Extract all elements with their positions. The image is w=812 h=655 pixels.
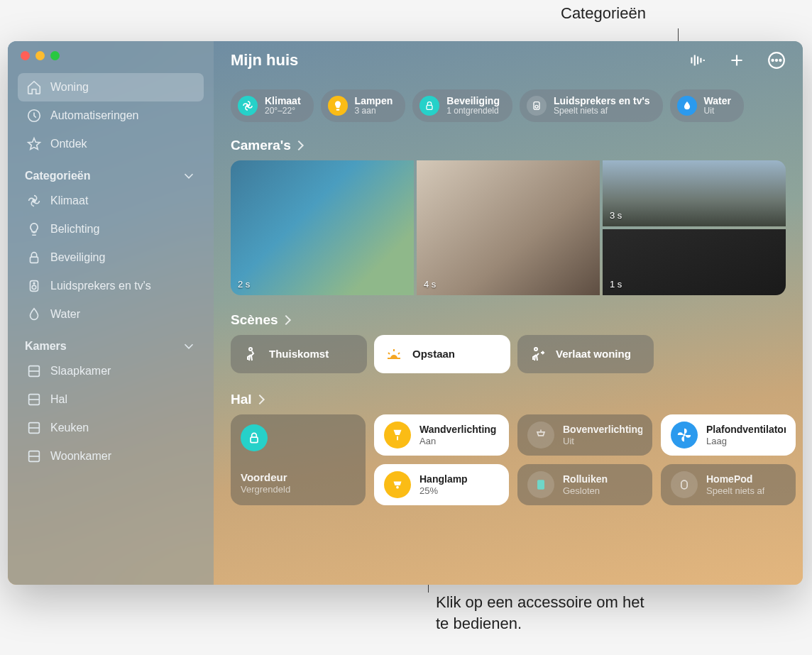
pill-climate[interactable]: Klimaat20°–22° (231, 89, 314, 122)
sidebar-item-label: Woonkamer (50, 450, 111, 463)
content: Mijn huis Klimaat20°–22° Lampen3 aan Bev… (214, 41, 803, 585)
svg-rect-25 (681, 480, 687, 489)
fan-icon (671, 422, 698, 448)
sidebar-header-label: Categorieën (25, 170, 90, 182)
speaker-icon (527, 96, 547, 116)
sidebar-item-home[interactable]: Woning (18, 73, 204, 101)
sidebar-item-label: Slaapkamer (50, 365, 111, 378)
sidebar-item-climate[interactable]: Klimaat (18, 187, 204, 215)
tile-blinds[interactable]: RolluikenGesloten (517, 464, 652, 505)
scene-arrive[interactable]: Thuiskomst (231, 335, 367, 373)
tile-sub: 25% (419, 485, 468, 497)
section-label: Scènes (231, 312, 278, 328)
sidebar-item-automations[interactable]: Automatiseringen (18, 101, 204, 130)
scene-wakeup[interactable]: Opstaan (374, 335, 510, 373)
section-hal[interactable]: Hal (231, 392, 786, 414)
scenes-row: Thuiskomst Opstaan Verlaat woning (231, 335, 786, 373)
camera-tile[interactable]: 1 s (603, 229, 786, 295)
svg-point-23 (396, 486, 399, 489)
svg-point-18 (535, 105, 538, 108)
tile-wall-light[interactable]: WandverlichtingAan (374, 414, 509, 456)
tile-title: Hanglamp (419, 473, 468, 485)
callout-accessory: Klik op een accessoire om het te bediene… (436, 592, 649, 634)
drop-icon (677, 96, 697, 116)
scene-label: Verlaat woning (556, 348, 631, 360)
lock-icon (419, 96, 439, 116)
svg-point-12 (776, 60, 777, 61)
intercom-button[interactable] (688, 51, 706, 70)
svg-point-5 (33, 282, 35, 284)
scene-label: Thuiskomst (269, 348, 329, 360)
svg-point-4 (32, 285, 36, 290)
svg-point-19 (249, 348, 252, 351)
sidebar-item-livingroom[interactable]: Woonkamer (18, 442, 204, 470)
camera-tile[interactable]: 3 s (603, 160, 786, 226)
svg-rect-21 (251, 437, 258, 443)
svg-rect-15 (336, 109, 339, 110)
sidebar-item-label: Ontdek (50, 138, 87, 150)
section-label: Hal (231, 392, 252, 407)
tile-sub: Gesloten (563, 485, 608, 497)
sidebar-item-label: Belichting (50, 223, 99, 236)
sidebar-item-label: Water (50, 308, 80, 321)
minimize-window-button[interactable] (35, 51, 45, 60)
fullscreen-window-button[interactable] (50, 51, 60, 60)
sidebar-item-hal[interactable]: Hal (18, 385, 204, 414)
section-cameras[interactable]: Camera's (231, 138, 786, 160)
svg-point-20 (534, 348, 537, 351)
sidebar-header-label: Kamers (25, 340, 67, 353)
tile-ceiling-fan[interactable]: PlafondventilatorLaag (661, 414, 796, 456)
star-icon (26, 136, 42, 152)
tile-sub: Uit (563, 436, 642, 447)
tile-sub: Vergrendeld (241, 484, 290, 495)
speaker-icon (26, 278, 42, 294)
sidebar-item-bedroom[interactable]: Slaapkamer (18, 357, 204, 385)
camera-tile[interactable]: 4 s (417, 160, 600, 295)
sidebar-item-water[interactable]: Water (18, 300, 204, 329)
sidebar-header-categories[interactable]: Categorieën (18, 158, 204, 187)
pill-water[interactable]: WaterUit (670, 89, 744, 122)
scene-leave[interactable]: Verlaat woning (517, 335, 654, 373)
fan-icon (238, 96, 258, 116)
sunrise-icon (385, 346, 402, 363)
section-label: Camera's (231, 138, 291, 153)
pill-speakers[interactable]: Luidsprekers en tv'sSpeelt niets af (520, 89, 663, 122)
tile-sub: Aan (419, 436, 496, 447)
sidebar-item-discover[interactable]: Ontdek (18, 130, 204, 158)
pill-title: Luidsprekers en tv's (554, 95, 650, 106)
more-button[interactable] (767, 51, 786, 70)
sidebar-item-security[interactable]: Beveiliging (18, 243, 204, 272)
pill-lights[interactable]: Lampen3 aan (321, 89, 406, 122)
light-icon (527, 422, 554, 448)
fan-icon (26, 193, 42, 209)
sidebar-item-lighting[interactable]: Belichting (18, 215, 204, 243)
drop-icon (26, 307, 42, 322)
app-window: Woning Automatiseringen Ontdek Categorie… (8, 41, 803, 585)
sidebar-item-label: Automatiseringen (50, 109, 139, 122)
room-icon (26, 392, 42, 407)
camera-tile[interactable]: 2 s (231, 160, 414, 295)
lock-icon (241, 424, 268, 451)
chevron-down-icon (181, 168, 197, 184)
pill-sub: 3 aan (355, 106, 393, 116)
light-icon (384, 422, 411, 448)
tile-title: Plafondventilator (706, 424, 786, 436)
page-title: Mijn huis (231, 51, 298, 70)
pill-security[interactable]: Beveiliging1 ontgrendeld (412, 89, 512, 122)
tile-homepod[interactable]: HomePodSpeelt niets af (661, 464, 796, 505)
sidebar-item-kitchen[interactable]: Keuken (18, 414, 204, 442)
svg-point-11 (772, 60, 774, 61)
pill-sub: Uit (704, 106, 731, 116)
sidebar-item-speakers[interactable]: Luidsprekers en tv's (18, 272, 204, 300)
chevron-right-icon (280, 315, 290, 325)
pill-sub: 1 ontgrendeld (446, 106, 500, 116)
tile-frontdoor[interactable]: VoordeurVergrendeld (231, 414, 366, 505)
hal-tiles: VoordeurVergrendeld WandverlichtingAan B… (231, 414, 786, 505)
tile-ceiling-light[interactable]: BovenverlichtingUit (517, 414, 652, 456)
sidebar-header-rooms[interactable]: Kamers (18, 329, 204, 357)
section-scenes[interactable]: Scènes (231, 312, 786, 335)
add-button[interactable] (728, 51, 746, 70)
tile-title: HomePod (706, 473, 764, 485)
close-window-button[interactable] (21, 51, 30, 60)
tile-pendant-light[interactable]: Hanglamp25% (374, 464, 509, 505)
